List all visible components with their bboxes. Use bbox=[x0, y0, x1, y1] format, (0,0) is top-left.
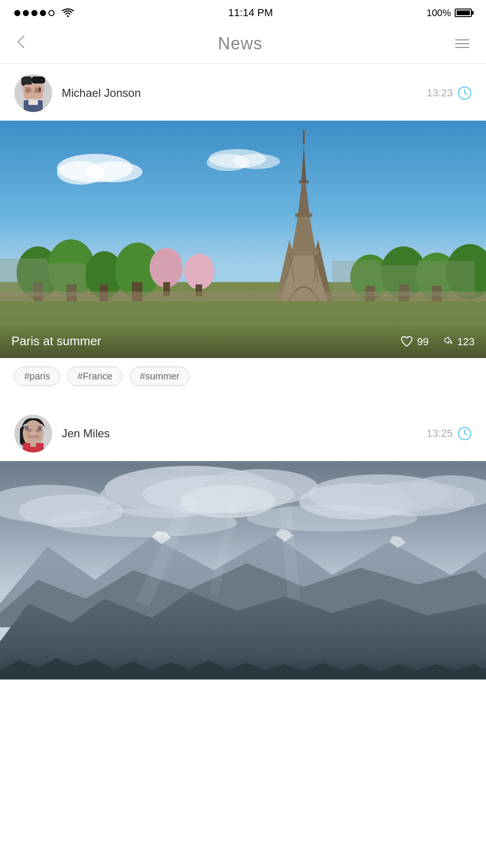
svg-rect-4 bbox=[32, 76, 45, 84]
avatar[interactable] bbox=[14, 74, 52, 112]
battery-area: 100% bbox=[427, 8, 472, 19]
signal-dot-5 bbox=[48, 10, 55, 16]
svg-point-99 bbox=[247, 505, 418, 531]
eiffel-scene-bg bbox=[0, 121, 486, 358]
share-icon bbox=[440, 335, 453, 349]
avatar-image-jen bbox=[14, 415, 52, 453]
svg-point-25 bbox=[233, 154, 280, 169]
share-count: 123 bbox=[457, 336, 475, 348]
svg-rect-82 bbox=[38, 426, 42, 430]
svg-rect-13 bbox=[25, 90, 29, 94]
like-action[interactable]: 99 bbox=[400, 335, 429, 349]
post-image: Paris at summer 99 123 bbox=[0, 121, 486, 358]
status-bar: 11:14 PM 100% bbox=[0, 0, 486, 24]
menu-line-3 bbox=[455, 47, 469, 48]
signal-dot-3 bbox=[31, 10, 37, 16]
signal-area bbox=[14, 8, 75, 18]
post-item: Michael Jonson 13:23 bbox=[0, 64, 486, 395]
svg-rect-51 bbox=[295, 213, 312, 217]
page-title: News bbox=[218, 34, 262, 54]
svg-rect-12 bbox=[34, 86, 39, 90]
svg-rect-78 bbox=[30, 442, 36, 447]
back-button[interactable] bbox=[14, 32, 28, 55]
svg-rect-61 bbox=[47, 263, 85, 296]
avatar-image bbox=[14, 74, 52, 112]
svg-point-42 bbox=[150, 248, 183, 288]
svg-rect-53 bbox=[299, 180, 308, 183]
share-action[interactable]: 123 bbox=[440, 335, 475, 349]
svg-rect-15 bbox=[34, 90, 39, 94]
tag-summer[interactable]: #summer bbox=[130, 367, 189, 386]
svg-point-22 bbox=[85, 161, 142, 182]
svg-rect-64 bbox=[418, 261, 475, 296]
post-time-wrapper: 13:23 bbox=[427, 86, 472, 100]
nav-bar: News bbox=[0, 24, 486, 64]
signal-dot-2 bbox=[23, 10, 29, 16]
svg-rect-73 bbox=[26, 432, 30, 435]
like-count: 99 bbox=[417, 336, 429, 348]
svg-rect-75 bbox=[35, 432, 40, 435]
svg-point-0 bbox=[67, 15, 69, 17]
tag-paris[interactable]: #paris bbox=[14, 367, 60, 386]
svg-rect-11 bbox=[29, 86, 34, 90]
svg-line-18 bbox=[465, 93, 467, 94]
battery-fill bbox=[457, 10, 470, 15]
post-time-wrapper: 13:25 bbox=[427, 426, 472, 441]
post-image-mountains bbox=[0, 461, 486, 679]
avatar[interactable] bbox=[14, 415, 52, 453]
svg-rect-60 bbox=[0, 258, 47, 296]
svg-point-43 bbox=[184, 254, 215, 290]
mountains-scene-svg bbox=[0, 461, 486, 679]
post-tags: #paris #France #summer bbox=[0, 358, 486, 395]
svg-rect-65 bbox=[0, 292, 486, 301]
battery-percentage: 100% bbox=[427, 8, 451, 19]
post-image-title: Paris at summer bbox=[11, 334, 101, 349]
signal-dot-4 bbox=[40, 10, 46, 16]
svg-rect-10 bbox=[25, 86, 29, 90]
svg-line-85 bbox=[465, 434, 467, 435]
clock-icon bbox=[458, 86, 472, 100]
signal-dots bbox=[14, 10, 55, 16]
status-time: 11:14 PM bbox=[228, 7, 273, 19]
svg-rect-9 bbox=[28, 100, 38, 105]
post-item: Jen Miles 13:25 bbox=[0, 404, 486, 679]
post-header: Michael Jonson 13:23 bbox=[0, 64, 486, 121]
post-author-name: Michael Jonson bbox=[62, 86, 427, 100]
svg-rect-62 bbox=[332, 261, 380, 296]
scene-svg bbox=[0, 121, 486, 358]
post-time: 13:23 bbox=[427, 87, 453, 99]
menu-line-1 bbox=[455, 39, 469, 40]
post-image-actions: 99 123 bbox=[400, 335, 475, 349]
menu-line-2 bbox=[455, 43, 469, 44]
svg-rect-76 bbox=[28, 435, 39, 438]
post-image-overlay: Paris at summer 99 123 bbox=[0, 324, 486, 358]
post-author-name: Jen Miles bbox=[62, 427, 427, 440]
svg-point-98 bbox=[47, 509, 237, 537]
post-time: 13:25 bbox=[427, 427, 453, 440]
news-feed: Michael Jonson 13:23 bbox=[0, 64, 486, 679]
svg-rect-81 bbox=[25, 426, 28, 430]
battery-icon bbox=[455, 9, 472, 17]
heart-icon bbox=[400, 335, 413, 349]
tag-france[interactable]: #France bbox=[67, 367, 122, 386]
signal-dot-1 bbox=[14, 10, 20, 16]
wifi-icon bbox=[61, 8, 75, 18]
svg-rect-49 bbox=[289, 250, 319, 255]
post-header: Jen Miles 13:25 bbox=[0, 404, 486, 461]
menu-button[interactable] bbox=[453, 37, 472, 50]
svg-rect-74 bbox=[30, 432, 35, 435]
clock-icon bbox=[458, 426, 472, 441]
svg-rect-14 bbox=[29, 90, 34, 94]
